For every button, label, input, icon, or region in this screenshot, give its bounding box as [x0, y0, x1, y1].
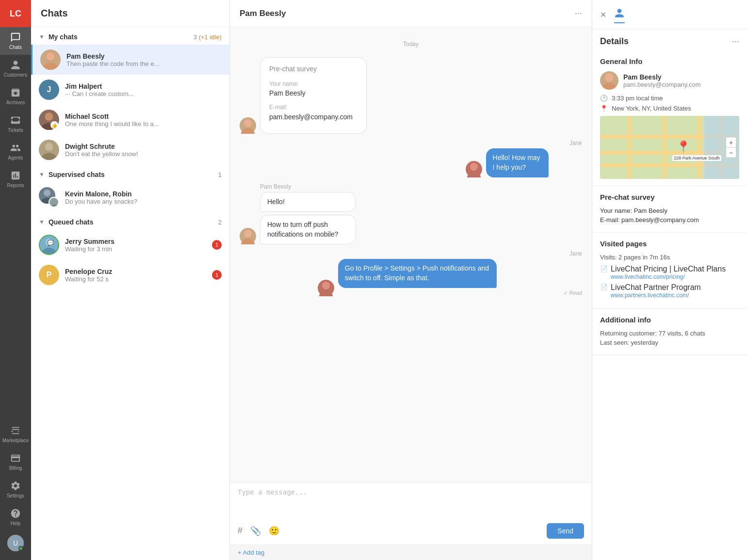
- gen-info-user: Pam Beesly pam.beesly@company.com: [600, 71, 739, 90]
- avatar-dwight-schrute: [39, 140, 59, 160]
- page-icon-2: 📄: [600, 284, 608, 291]
- user-avatar[interactable]: U: [7, 535, 24, 551]
- badge-penelope-cruz: 1: [212, 270, 222, 280]
- agents-icon: [10, 143, 21, 153]
- avatar-pam-beesly: [40, 49, 61, 70]
- avatar-penelope-cruz: P: [39, 265, 59, 285]
- sidebar-item-chats[interactable]: Chats: [0, 27, 31, 55]
- gen-info-location: 📍 New York, NY, United States: [600, 105, 739, 112]
- chat-main-header: Pam Beesly ···: [230, 0, 592, 27]
- queued-chats-chevron[interactable]: ▼: [39, 219, 45, 225]
- details-tab-person[interactable]: [614, 6, 625, 23]
- svg-point-11: [44, 190, 50, 196]
- sidebar-item-reports[interactable]: Reports: [0, 165, 31, 193]
- sidebar-item-billing[interactable]: Billing: [0, 448, 31, 476]
- sidebar-item-tickets[interactable]: Tickets: [0, 110, 31, 138]
- chat-input-icons: # 📎 🙂: [238, 526, 279, 536]
- svg-point-24: [322, 282, 330, 289]
- close-icon[interactable]: ✕: [600, 10, 606, 19]
- help-icon: [10, 508, 21, 519]
- online-status-dot: [18, 546, 23, 551]
- emoji-icon[interactable]: 🙂: [269, 526, 279, 536]
- chat-item-kevin-robin[interactable]: Kevin Malone, Robin Do you have any snac…: [31, 182, 229, 212]
- avatar-kevin-robin: [39, 187, 59, 208]
- msg-avatar-customer-2: [240, 228, 256, 244]
- chat-main: Pam Beesly ··· Today Pre-chat survey You…: [230, 0, 592, 560]
- additional-info-title: Additional info: [600, 316, 739, 324]
- map-zoom-in[interactable]: +: [726, 138, 736, 147]
- chat-info-dwight-schrute: Dwight Schrute Don't eat the yellow snow…: [65, 143, 222, 158]
- chat-item-jim-halpert[interactable]: J Jim Halpert ··· Can I create custom...: [31, 75, 229, 105]
- hashtag-icon[interactable]: #: [238, 526, 243, 536]
- survey-email-row: E-mail: pam.beesly@company.com: [600, 216, 739, 224]
- survey-name-row: Your name: Pam Beesly: [600, 207, 739, 214]
- my-chats-chevron[interactable]: ▼: [39, 33, 45, 40]
- reports-icon: [10, 170, 21, 181]
- attachment-icon[interactable]: 📎: [250, 526, 261, 536]
- svg-point-12: [52, 199, 57, 204]
- msg-avatar-customer: [240, 117, 256, 134]
- add-tag-button[interactable]: + Add tag: [230, 544, 592, 560]
- settings-icon: [10, 480, 21, 491]
- left-navigation: LC Chats Customers Archives Tickets Agen…: [0, 0, 31, 560]
- sidebar-item-customers[interactable]: Customers: [0, 55, 31, 82]
- sidebar-item-agents[interactable]: Agents: [0, 138, 31, 165]
- customers-icon: [10, 60, 21, 70]
- msg-avatar-agent-2: [318, 280, 334, 296]
- supervised-chats-chevron[interactable]: ▼: [39, 171, 45, 178]
- marketplace-icon: [10, 425, 21, 436]
- message-customer-hello: Pam Beesly Hello! How to turn off push n…: [240, 183, 582, 245]
- svg-point-20: [470, 163, 478, 171]
- svg-point-19: [241, 128, 255, 134]
- avatar-jerry-summers: 💬: [39, 235, 59, 255]
- sidebar-item-archives[interactable]: Archives: [0, 82, 31, 110]
- svg-point-15: [42, 248, 56, 255]
- details-title: Details: [600, 36, 629, 47]
- survey-bubble: Pre-chat survey Your name: Pam Beesly E-…: [260, 57, 367, 134]
- details-title-row: Details ···: [592, 30, 747, 50]
- chat-item-pam-beesly[interactable]: Pam Beesly Then paste the code from the …: [31, 45, 229, 75]
- chat-icon: [10, 32, 21, 43]
- survey-field-name: Your name: Pam Beesly: [269, 80, 357, 98]
- chat-item-penelope-cruz[interactable]: P Penelope Cruz Waiting for 52 s 1: [31, 260, 229, 290]
- chat-input-toolbar: # 📎 🙂 Send: [238, 523, 584, 539]
- general-info-title: General Info: [600, 57, 739, 65]
- nav-bottom: Marketplace Billing Settings Help U: [0, 420, 31, 560]
- chat-info-penelope-cruz: Penelope Cruz Waiting for 52 s: [65, 268, 206, 283]
- msg-avatar-agent: [466, 161, 482, 177]
- my-chats-title: My chats: [49, 33, 190, 41]
- message-input[interactable]: [238, 488, 584, 517]
- chat-item-jerry-summers[interactable]: 💬 Jerry Summers Waiting for 3 min 1: [31, 230, 229, 260]
- map-label: 228 Park Avenue South: [672, 155, 721, 161]
- supervised-chats-section-header: ▼ Supervised chats 1: [31, 165, 229, 182]
- send-button[interactable]: Send: [547, 523, 584, 539]
- supervised-chats-title: Supervised chats: [49, 171, 214, 178]
- page-icon-1: 📄: [600, 265, 608, 272]
- sidebar-item-settings[interactable]: Settings: [0, 476, 31, 503]
- chat-list-panel: Chats ▼ My chats 3 (+1 idle) Pam Beesly: [31, 0, 230, 560]
- chat-options-menu[interactable]: ···: [575, 8, 582, 18]
- sidebar-item-marketplace[interactable]: Marketplace: [0, 420, 31, 448]
- survey-field-email: E-mail: pam.beesly@company.com: [269, 103, 357, 122]
- map-zoom-out[interactable]: −: [726, 148, 736, 158]
- chat-contact-name: Pam Beesly: [240, 9, 286, 18]
- sidebar-item-help[interactable]: Help: [0, 503, 31, 531]
- chat-info-michael-scott: Michael Scott One more thing I would lik…: [65, 112, 222, 128]
- date-divider: Today: [240, 41, 582, 48]
- visited-pages-section: Visited pages Visits: 2 pages in 7m 16s …: [592, 233, 747, 309]
- agent-bubble-hello: Hello! How may I help you?: [486, 148, 549, 177]
- details-panel: ✕ Details ··· General Info Pam Beesly pa…: [592, 0, 747, 560]
- message-agent-reply: Jane Go to Profile > Settings > Push not…: [240, 250, 582, 296]
- avatar-michael-scott: 👍: [39, 110, 59, 130]
- chat-list-body: ▼ My chats 3 (+1 idle) Pam Beesly Then p…: [31, 27, 229, 560]
- customer-bubble-hello: Hello!: [260, 192, 356, 212]
- agent-bubble-reply: Go to Profile > Settings > Push notifica…: [338, 259, 497, 288]
- pre-chat-survey-title: Pre-chat survey: [600, 193, 739, 201]
- chat-item-dwight-schrute[interactable]: Dwight Schrute Don't eat the yellow snow…: [31, 135, 229, 165]
- my-chats-section-header: ▼ My chats 3 (+1 idle): [31, 27, 229, 45]
- chat-item-michael-scott[interactable]: 👍 Michael Scott One more thing I would l…: [31, 105, 229, 135]
- message-agent-hello: Jane Hello! How may I help you?: [240, 140, 582, 177]
- chat-info-pam-beesly: Pam Beesly Then paste the code from the …: [66, 52, 222, 67]
- details-options-menu[interactable]: ···: [732, 36, 739, 47]
- visited-page-2: 📄 LiveChat Partner Program www.partners.…: [600, 283, 739, 299]
